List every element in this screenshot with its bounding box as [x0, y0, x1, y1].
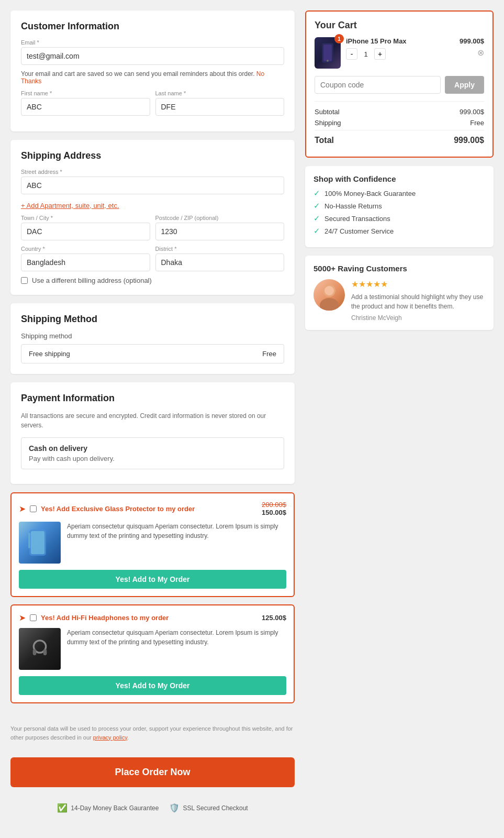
- testimonial-stars: ★★★★★: [351, 279, 485, 289]
- last-name-input[interactable]: [155, 98, 285, 116]
- postcode-group: Postcode / ZIP (optional): [155, 215, 285, 240]
- upsell-glass-desc: Aperiam consectetur quisquam Aperiam con…: [67, 522, 286, 564]
- email-label: Email *: [21, 39, 284, 46]
- add-apartment-link[interactable]: + Add Apartment, suite, unit, etc.: [21, 202, 119, 210]
- upsell-glass-new-price: 150.00$: [262, 509, 286, 516]
- email-field-group: Email *: [21, 39, 284, 65]
- street-address-group: Street address *: [21, 169, 284, 194]
- cart-item-details: iPhone 15 Pro Max - 1 +: [346, 37, 454, 60]
- upsell-headphones-header: ➤ Yes! Add Hi-Fi Headphones to my order …: [19, 613, 286, 623]
- first-name-input[interactable]: [21, 98, 150, 116]
- testimonial-avatar: [313, 279, 345, 311]
- last-name-label: Last name *: [155, 90, 285, 96]
- qty-controls: - 1 +: [346, 48, 454, 60]
- arrow-right-icon-2: ➤: [19, 613, 26, 623]
- payment-method-desc: Pay with cash upon delivery.: [29, 455, 276, 462]
- upsell-headphones-btn[interactable]: Yes! Add to My Order: [19, 676, 286, 695]
- upsell-glass-btn[interactable]: Yes! Add to My Order: [19, 570, 286, 589]
- svg-rect-4: [33, 649, 37, 655]
- testimonial-content: ★★★★★ Add a testimonial should highlight…: [351, 279, 485, 322]
- coupon-input[interactable]: [315, 76, 441, 94]
- qty-increase-button[interactable]: +: [374, 48, 386, 60]
- email-input[interactable]: [21, 47, 284, 65]
- svg-rect-7: [323, 45, 332, 61]
- district-input[interactable]: [155, 253, 285, 271]
- ssl-badge: 🛡️ SSL Secured Checkout: [169, 803, 248, 813]
- svg-point-10: [320, 298, 339, 311]
- first-name-label: First name *: [21, 90, 150, 96]
- shipping-address-title: Shipping Address: [21, 150, 284, 161]
- cart-item-price: 999.00$: [460, 37, 484, 45]
- subtotal-row: Subtotal 999.00$: [315, 108, 484, 116]
- diff-billing-row: Use a different billing address (optiona…: [21, 277, 284, 284]
- cart-item-image: 1: [315, 37, 341, 69]
- upsells-container: ➤ Yes! Add Exclusive Glass Protector to …: [10, 492, 295, 711]
- money-back-icon: ✅: [57, 803, 68, 813]
- street-input[interactable]: [21, 177, 284, 194]
- testimonial-body: ★★★★★ Add a testimonial should highlight…: [313, 279, 485, 322]
- svg-rect-2: [28, 533, 30, 548]
- cart-item: 1 iPhone 15 Pro Max - 1 + 999.00$: [315, 37, 484, 69]
- check-icon-3: ✓: [313, 214, 320, 223]
- confidence-label-2: No-Hassle Returns: [324, 202, 382, 210]
- diff-billing-label: Use a different billing address (optiona…: [32, 277, 152, 284]
- money-back-badge: ✅ 14-Day Money Back Gaurantee: [57, 803, 159, 813]
- svg-rect-1: [31, 531, 44, 554]
- svg-point-8: [327, 60, 329, 62]
- street-label: Street address *: [21, 169, 284, 175]
- city-postcode-row: Town / City * Postcode / ZIP (optional): [21, 215, 284, 240]
- ssl-icon: 🛡️: [169, 803, 180, 813]
- trust-badges-container: ✅ 14-Day Money Back Gaurantee 🛡️ SSL Sec…: [10, 796, 295, 815]
- privacy-policy-link[interactable]: privacy policy: [93, 734, 127, 741]
- upsell-headphones-price: 125.00$: [262, 614, 286, 622]
- cart-card: Your Cart 1 iPhone 15 Pro Max - 1 +: [305, 10, 494, 158]
- shipping-method-title: Shipping Method: [21, 314, 284, 325]
- country-district-row: Country * District *: [21, 246, 284, 271]
- total-value: 999.00$: [454, 136, 484, 145]
- email-note: Your email and cart are saved so we can …: [21, 70, 284, 85]
- upsell-glass-image: [19, 522, 61, 564]
- shipping-option-name: Free shipping: [29, 350, 70, 358]
- last-name-group: Last name *: [155, 90, 285, 116]
- payment-card: Payment Information All transactions are…: [10, 382, 295, 484]
- upsell-headphones-checkbox[interactable]: [30, 614, 37, 621]
- diff-billing-checkbox[interactable]: [21, 277, 28, 284]
- payment-method: Cash on delivery Pay with cash upon deli…: [21, 437, 284, 469]
- shipping-row: Shipping Free: [315, 119, 484, 127]
- testimonial-card: 5000+ Raving Customers ★★★★★ Add a testi…: [305, 256, 494, 330]
- arrow-right-icon: ➤: [19, 504, 26, 514]
- confidence-card: Shop with Confidence ✓ 100% Money-Back G…: [305, 166, 494, 247]
- upsell-headphones-image: [19, 628, 61, 670]
- upsell-headphones-prices: 125.00$: [262, 614, 286, 622]
- upsell-headphones-desc: Aperiam consectetur quisquam Aperiam con…: [67, 628, 286, 670]
- remove-item-button[interactable]: ⊗: [477, 48, 484, 58]
- place-order-button[interactable]: Place Order Now: [10, 757, 295, 787]
- postcode-input[interactable]: [155, 223, 285, 240]
- country-input[interactable]: [21, 253, 150, 271]
- privacy-note: Your personal data will be used to proce…: [10, 724, 295, 742]
- shipping-method-card: Shipping Method Shipping method Free shi…: [10, 303, 295, 374]
- city-group: Town / City *: [21, 215, 150, 240]
- upsell-glass-body: Aperiam consectetur quisquam Aperiam con…: [19, 522, 286, 564]
- name-row: First name * Last name *: [21, 90, 284, 116]
- upsell-headphones-body: Aperiam consectetur quisquam Aperiam con…: [19, 628, 286, 670]
- confidence-item-3: ✓ Secured Transactions: [313, 214, 485, 223]
- upsell-headphones-title-row: ➤ Yes! Add Hi-Fi Headphones to my order: [19, 613, 169, 623]
- city-input[interactable]: [21, 223, 150, 240]
- shipping-option: Free shipping Free: [21, 344, 284, 363]
- country-group: Country *: [21, 246, 150, 271]
- confidence-item-4: ✓ 24/7 Customer Service: [313, 226, 485, 236]
- total-row: Total 999.00$: [315, 130, 484, 145]
- upsell-glass-checkbox[interactable]: [30, 505, 37, 512]
- apply-coupon-button[interactable]: Apply: [445, 76, 484, 94]
- shipping-address-card: Shipping Address Street address * + Add …: [10, 140, 295, 295]
- upsell-glass-prices: 200.00$ 150.00$: [262, 501, 286, 516]
- check-icon-1: ✓: [313, 189, 320, 198]
- qty-decrease-button[interactable]: -: [346, 48, 357, 60]
- subtotal-label: Subtotal: [315, 108, 340, 116]
- coupon-row: Apply: [315, 76, 484, 94]
- ssl-label: SSL Secured Checkout: [183, 804, 248, 812]
- upsell-glass-header: ➤ Yes! Add Exclusive Glass Protector to …: [19, 501, 286, 516]
- upsell-headphones-title: Yes! Add Hi-Fi Headphones to my order: [41, 614, 169, 622]
- customer-information-card: Customer Information Email * Your email …: [10, 10, 295, 131]
